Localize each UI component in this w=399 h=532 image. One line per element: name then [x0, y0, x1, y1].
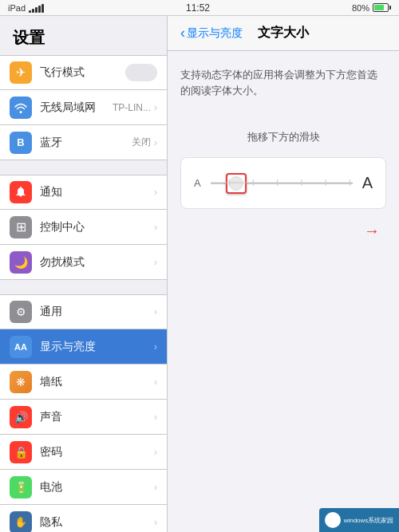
content-header: ‹ 显示与亮度 文字大小 [168, 16, 399, 51]
bluetooth-icon: B [10, 132, 32, 154]
display-chevron: › [154, 341, 157, 353]
signal-icon [29, 3, 44, 13]
battery-chevron: › [154, 482, 157, 493]
sidebar-item-privacy[interactable]: ✋ 隐私 › [0, 505, 167, 532]
content-body: 支持动态字体的应用将会调整为下方您首选的阅读字体大小。 拖移下方的滑块 A [168, 51, 399, 532]
notification-icon [10, 181, 32, 203]
watermark-logo [325, 512, 341, 528]
battery-icon [373, 3, 391, 12]
back-label: 显示与亮度 [187, 26, 243, 41]
sound-label: 声音 [40, 410, 154, 424]
sidebar-title: 设置 [0, 16, 167, 55]
sound-chevron: › [154, 412, 157, 423]
sidebar-item-wifi[interactable]: 无线局域网 TP-LIN... › [0, 90, 167, 125]
status-right: 80% [352, 3, 391, 13]
content-title: 文字大小 [258, 25, 309, 41]
sidebar-item-passcode[interactable]: 🔒 密码 › [0, 435, 167, 470]
carrier-label: iPad [8, 3, 26, 13]
sound-icon: 🔊 [10, 406, 32, 428]
content-panel: ‹ 显示与亮度 文字大小 支持动态字体的应用将会调整为下方您首选的阅读字体大小。… [168, 16, 399, 532]
wifi-chevron: › [154, 102, 157, 113]
passcode-chevron: › [154, 447, 157, 458]
settings-group-connectivity: ✈ 飞行模式 无线局域网 TP-LIN... › B 蓝牙 [0, 55, 167, 160]
general-label: 通用 [40, 305, 154, 319]
watermark: windows系统家园 [319, 508, 399, 532]
slider-arrow-icon: → [364, 222, 380, 240]
slider-track[interactable] [211, 183, 353, 184]
bluetooth-value: 关闭 [132, 136, 151, 149]
airplane-icon: ✈ [10, 61, 32, 84]
watermark-text: windows系统家园 [344, 516, 394, 525]
description-text: 支持动态字体的应用将会调整为下方您首选的阅读字体大小。 [180, 67, 386, 98]
wallpaper-chevron: › [154, 376, 157, 388]
dnd-icon: 🌙 [10, 251, 32, 274]
sidebar-item-display[interactable]: AA 显示与亮度 › [0, 329, 167, 365]
battery-label: 电池 [40, 480, 154, 495]
status-left: iPad [8, 3, 44, 13]
battery-side-icon: 🔋 [10, 476, 32, 499]
sidebar-item-bluetooth[interactable]: B 蓝牙 关闭 › [0, 125, 167, 160]
status-bar: iPad 11:52 80% [0, 0, 399, 16]
wallpaper-label: 墙纸 [40, 375, 154, 389]
display-icon: AA [10, 336, 32, 358]
back-chevron-icon: ‹ [180, 25, 185, 41]
slider-max-label: A [362, 174, 373, 192]
sidebar-item-battery[interactable]: 🔋 电池 › [0, 470, 167, 505]
sidebar-item-general[interactable]: ⚙ 通用 › [0, 294, 167, 329]
bluetooth-label: 蓝牙 [40, 136, 132, 150]
sidebar-item-notification[interactable]: 通知 › [0, 175, 167, 210]
control-icon: ⊞ [10, 216, 32, 238]
dnd-chevron: › [154, 257, 157, 268]
sidebar-item-sound[interactable]: 🔊 声音 › [0, 400, 167, 435]
control-chevron: › [154, 222, 157, 233]
sidebar-item-wallpaper[interactable]: ❋ 墙纸 › [0, 365, 167, 400]
sidebar: 设置 ✈ 飞行模式 无线局域网 TP-LIN... › [0, 16, 168, 532]
group-spacer-2 [0, 280, 167, 294]
wifi-value: TP-LIN... [113, 102, 151, 113]
privacy-icon: ✋ [10, 511, 32, 533]
general-chevron: › [154, 306, 157, 317]
battery-percent: 80% [352, 3, 369, 13]
sidebar-item-dnd[interactable]: 🌙 勿扰模式 › [0, 245, 167, 280]
privacy-label: 隐私 [40, 515, 154, 530]
control-label: 控制中心 [40, 220, 154, 234]
passcode-label: 密码 [40, 445, 154, 459]
notification-label: 通知 [40, 185, 154, 199]
group-spacer-1 [0, 160, 167, 175]
slider-container: A [180, 157, 386, 209]
back-button[interactable]: ‹ 显示与亮度 [180, 25, 243, 41]
wallpaper-icon: ❋ [10, 371, 32, 393]
status-time: 11:52 [186, 2, 210, 14]
airplane-label: 飞行模式 [40, 65, 125, 80]
dnd-label: 勿扰模式 [40, 255, 154, 270]
settings-group-preferences: ⚙ 通用 › AA 显示与亮度 › ❋ 墙纸 › 🔊 声音 › 🔒 密码 [0, 294, 167, 532]
sidebar-item-control[interactable]: ⊞ 控制中心 › [0, 210, 167, 245]
wifi-label: 无线局域网 [40, 100, 113, 115]
wifi-icon [10, 97, 32, 119]
slider-arrow-container: → [180, 222, 386, 240]
notification-chevron: › [154, 187, 157, 198]
display-label: 显示与亮度 [40, 340, 154, 354]
slider-min-label: A [194, 177, 201, 189]
sidebar-item-airplane[interactable]: ✈ 飞行模式 [0, 55, 167, 90]
main-layout: 设置 ✈ 飞行模式 无线局域网 TP-LIN... › [0, 16, 399, 532]
privacy-chevron: › [154, 517, 157, 528]
slider-instruction: 拖移下方的滑块 [180, 130, 386, 144]
general-icon: ⚙ [10, 301, 32, 323]
settings-group-notifications: 通知 › ⊞ 控制中心 › 🌙 勿扰模式 › [0, 175, 167, 280]
airplane-toggle[interactable] [125, 64, 157, 81]
passcode-icon: 🔒 [10, 441, 32, 463]
slider-ticks [211, 179, 353, 186]
bluetooth-chevron: › [154, 137, 157, 148]
